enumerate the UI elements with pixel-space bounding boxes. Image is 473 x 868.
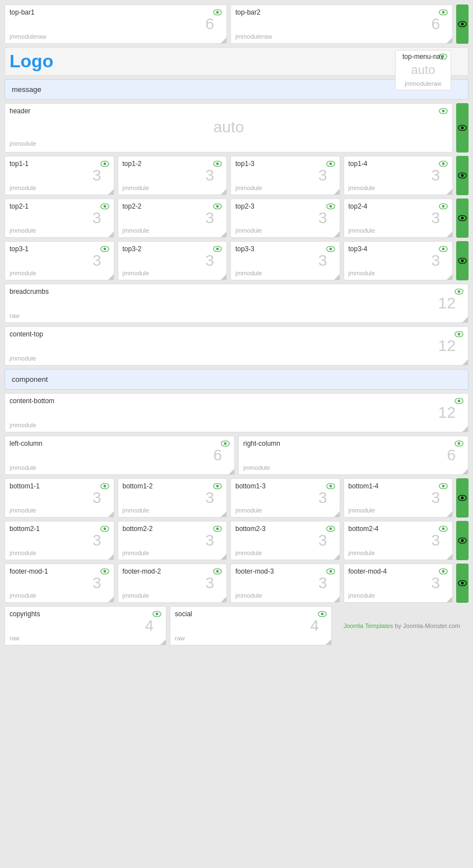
bottom2-4-title: bottom2-4 <box>349 525 379 533</box>
bottom2-4-count: 3 <box>431 533 440 548</box>
bottom2-3-eye[interactable] <box>326 525 335 534</box>
top1-3-type: jmmodule <box>235 184 262 191</box>
top2-side-btn[interactable] <box>456 198 469 238</box>
social-type: raw <box>175 635 185 641</box>
social-eye[interactable] <box>318 610 327 619</box>
footer-mod-side-btn[interactable] <box>456 564 469 603</box>
logo-row: Logo top-menu-nav auto jmmoduleraw <box>4 47 469 76</box>
footer-mod-1-eye[interactable] <box>100 567 109 576</box>
top-menu-box: top-menu-nav auto jmmoduleraw <box>395 50 451 90</box>
header-side-btn[interactable] <box>456 103 469 153</box>
bottom2-3-box: bottom2-3 3 jmmodule <box>230 521 340 560</box>
component-label: component <box>12 375 48 384</box>
top3-4-eye[interactable] <box>439 245 448 254</box>
top2-2-eye[interactable] <box>213 202 222 211</box>
bottom1-row: bottom1-1 3 jmmodule bottom1-2 3 jmmodul… <box>4 478 469 518</box>
footer-mod-1-title: footer-mod-1 <box>10 567 48 575</box>
top3-side-btn[interactable] <box>456 241 469 280</box>
content-top-eye[interactable] <box>455 330 463 339</box>
top-bar-side-btn[interactable] <box>456 4 469 44</box>
footer-mod-2-type: jmmodule <box>123 592 150 599</box>
top3-row: top3-1 3 jmmodule top3-2 3 jmmodule top3… <box>4 241 469 280</box>
top3-3-eye[interactable] <box>326 245 335 254</box>
copyrights-title: copyrights <box>10 610 40 618</box>
left-column-eye[interactable] <box>221 440 230 449</box>
copyrights-eye[interactable] <box>152 610 161 619</box>
top1-4-box: top1-4 3 jmmodule <box>344 156 453 195</box>
top2-2-count: 3 <box>205 210 214 226</box>
top2-4-eye[interactable] <box>439 202 448 211</box>
footer-mod-4-box: footer-mod-4 3 jmmodule <box>344 564 453 603</box>
bottom2-side-btn[interactable] <box>456 521 469 560</box>
bottom1-1-eye[interactable] <box>100 482 109 491</box>
top2-2-type: jmmodule <box>123 227 150 234</box>
top-bar2-type: jmmoduleraw <box>235 33 272 40</box>
footer-mod-4-eye[interactable] <box>439 567 448 576</box>
top2-3-eye[interactable] <box>326 202 335 211</box>
right-column-eye[interactable] <box>455 440 463 449</box>
top1-2-eye[interactable] <box>213 160 222 169</box>
top2-3-box: top2-3 3 jmmodule <box>230 198 340 238</box>
attribution-link[interactable]: Joomla Templates <box>344 622 393 629</box>
top3-4-box: top3-4 3 jmmodule <box>344 241 453 280</box>
breadcrumbs-count: 12 <box>438 296 456 311</box>
top2-1-count: 3 <box>92 210 101 226</box>
bottom2-3-count: 3 <box>318 533 327 548</box>
bottom1-1-box: bottom1-1 3 jmmodule <box>4 478 114 518</box>
footer-mod-4-title: footer-mod-4 <box>349 567 387 575</box>
content-bottom-eye[interactable] <box>455 397 463 406</box>
bottom2-4-box: bottom2-4 3 jmmodule <box>344 521 453 560</box>
top1-side-btn[interactable] <box>456 156 469 195</box>
footer-mod-3-eye[interactable] <box>326 567 335 576</box>
top1-3-eye[interactable] <box>326 160 335 169</box>
copyrights-count: 4 <box>145 618 154 634</box>
top1-1-type: jmmodule <box>10 184 36 191</box>
right-column-type: jmmodule <box>243 464 270 471</box>
top3-4-title: top3-4 <box>349 245 368 253</box>
right-column-box: right-column 6 jmmodule <box>238 436 469 475</box>
top3-2-eye[interactable] <box>213 245 222 254</box>
left-column-box: left-column 6 jmmodule <box>4 436 235 475</box>
breadcrumbs-box: breadcrumbs 12 raw <box>4 284 469 323</box>
top1-1-count: 3 <box>92 168 101 183</box>
top3-1-title: top3-1 <box>10 245 29 253</box>
top-bar1-eye[interactable] <box>213 8 222 17</box>
top3-1-eye[interactable] <box>100 245 109 254</box>
bottom2-1-count: 3 <box>92 533 101 548</box>
bottom2-4-eye[interactable] <box>439 525 448 534</box>
top-menu-type: jmmoduleraw <box>405 80 441 87</box>
footer-mod-2-eye[interactable] <box>213 567 222 576</box>
footer-mod-1-count: 3 <box>92 575 101 591</box>
bottom1-3-eye[interactable] <box>326 482 335 491</box>
top2-1-eye[interactable] <box>100 202 109 211</box>
header-eye[interactable] <box>439 107 448 116</box>
top1-4-eye[interactable] <box>439 160 448 169</box>
top1-1-eye[interactable] <box>100 160 109 169</box>
bottom1-2-eye[interactable] <box>213 482 222 491</box>
bottom2-1-eye[interactable] <box>100 525 109 534</box>
attribution-text: Joomla Templates by Joomla-Monster.com <box>344 622 460 629</box>
footer-mod-4-count: 3 <box>431 575 440 591</box>
footer-mod-3-count: 3 <box>318 575 327 591</box>
top3-1-box: top3-1 3 jmmodule <box>4 241 114 280</box>
top1-4-title: top1-4 <box>349 160 368 168</box>
bottom1-4-eye[interactable] <box>439 482 448 491</box>
top-menu-eye[interactable] <box>438 53 447 62</box>
columns-row: left-column 6 jmmodule right-column 6 jm… <box>4 436 469 475</box>
top-bar2-title: top-bar2 <box>235 8 261 16</box>
top2-1-title: top2-1 <box>10 202 29 210</box>
top2-3-title: top2-3 <box>235 202 254 210</box>
footer-mod-3-type: jmmodule <box>235 592 262 599</box>
content-bottom-row: content-bottom 12 jmmodule <box>4 393 469 432</box>
top-menu-title: top-menu-nav <box>402 53 444 61</box>
bottom2-2-eye[interactable] <box>213 525 222 534</box>
top-bar2-eye[interactable] <box>439 8 448 17</box>
bottom1-side-btn[interactable] <box>456 478 469 518</box>
header-auto: auto <box>10 115 448 140</box>
footer-mod-row: footer-mod-1 3 jmmodule footer-mod-2 3 j… <box>4 564 469 603</box>
bottom1-3-box: bottom1-3 3 jmmodule <box>230 478 340 518</box>
breadcrumbs-eye[interactable] <box>455 288 463 297</box>
top2-4-box: top2-4 3 jmmodule <box>344 198 453 238</box>
breadcrumbs-type: raw <box>10 312 20 319</box>
bottom2-2-title: bottom2-2 <box>123 525 153 533</box>
